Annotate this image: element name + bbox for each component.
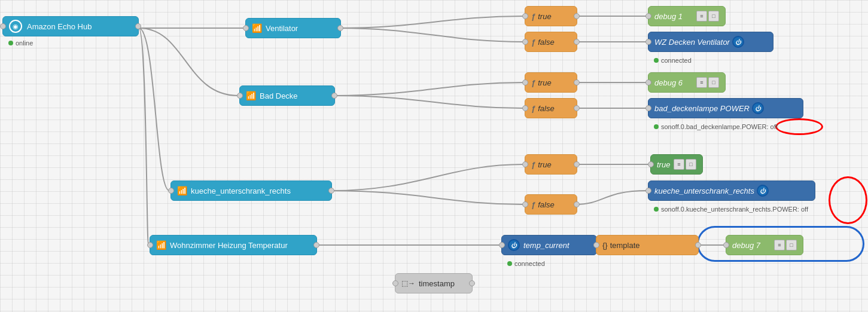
right-port xyxy=(469,280,475,286)
temp-current-node[interactable]: ⏻ temp_current xyxy=(501,235,597,255)
left-port xyxy=(645,13,651,19)
amazon-echo-hub-node[interactable]: ◉ Amazon Echo Hub xyxy=(2,16,139,36)
red-circle-annotation-2 xyxy=(829,176,867,224)
list-btn[interactable]: ≡ xyxy=(696,11,707,22)
timestamp-node[interactable]: ⬚→ timestamp xyxy=(395,273,473,293)
left-port xyxy=(147,242,153,248)
ventilator-node[interactable]: 📶 Ventilator xyxy=(245,18,341,38)
template-node[interactable]: {} template xyxy=(596,235,699,255)
temp-status-text: connected xyxy=(514,260,545,267)
func-false-3-node[interactable]: ƒ false xyxy=(525,194,577,215)
left-port xyxy=(593,242,599,248)
bad-status-text: sonoff.0.bad_deckenlampe.POWER: off xyxy=(661,123,778,130)
kueche-unterschrank-node[interactable]: 📶 kueche_unterschrank_rechts xyxy=(170,181,332,201)
left-port xyxy=(648,161,654,167)
left-port xyxy=(522,79,528,85)
right-port xyxy=(695,242,701,248)
power-btn[interactable]: ⏻ xyxy=(732,36,744,48)
func-true-2-node[interactable]: ƒ true xyxy=(525,72,577,93)
debug-6-label: debug 6 xyxy=(654,78,683,87)
right-port xyxy=(574,105,580,111)
left-port xyxy=(499,242,505,248)
power-btn[interactable]: ⏻ xyxy=(752,102,764,114)
status-dot-kueche xyxy=(654,207,659,212)
kueche-unterschrank-right-label: kueche_unterschrank_rechts xyxy=(654,186,754,195)
wohnzimmer-node[interactable]: 📶 Wohnzimmer Heizung Temperatur xyxy=(150,235,317,255)
brace-icon: {} xyxy=(602,241,608,250)
right-port xyxy=(574,201,580,207)
left-port xyxy=(522,105,528,111)
debug-1-node[interactable]: debug 1 ≡ □ xyxy=(648,6,726,26)
wz-decken-ventilator-label: WZ Decken Ventilator xyxy=(654,38,730,47)
left-port xyxy=(645,39,651,45)
list-btn[interactable]: ≡ xyxy=(696,77,707,88)
right-port xyxy=(574,161,580,167)
right-port xyxy=(574,79,580,85)
func-true-1-label: true xyxy=(538,12,551,21)
right-port xyxy=(328,188,334,194)
f-icon-5: ƒ xyxy=(531,160,535,169)
right-port xyxy=(574,39,580,45)
kueche-unterschrank-label: kueche_unterschrank_rechts xyxy=(191,186,291,195)
list-btn[interactable]: ≡ xyxy=(674,159,684,170)
left-port xyxy=(522,201,528,207)
amazon-echo-hub-status: online xyxy=(8,39,33,47)
left-port xyxy=(237,93,243,99)
timestamp-label: timestamp xyxy=(419,279,455,288)
true-standalone-label: true xyxy=(657,160,670,169)
square-btn[interactable]: □ xyxy=(786,240,797,250)
echo-hub-icon: ◉ xyxy=(9,20,22,33)
bad-deckenlampe-label: bad_deckenlampe POWER xyxy=(654,104,750,113)
wifi-icon-bad-decke: 📶 xyxy=(246,91,256,100)
wohnzimmer-label: Wohnzimmer Heizung Temperatur xyxy=(170,241,288,250)
left-port xyxy=(522,39,528,45)
func-true-3-node[interactable]: ƒ true xyxy=(525,154,577,175)
left-port xyxy=(0,23,6,29)
right-port xyxy=(313,242,319,248)
func-false-3-label: false xyxy=(538,200,554,209)
right-port xyxy=(331,93,337,99)
node-buttons: ≡ □ xyxy=(674,159,696,170)
bad-decke-label: Bad Decke xyxy=(260,91,298,100)
left-port xyxy=(522,13,528,19)
wz-decken-ventilator-node[interactable]: WZ Decken Ventilator ⏻ xyxy=(648,32,773,52)
f-icon-6: ƒ xyxy=(531,200,535,209)
temp-current-label: temp_current xyxy=(523,241,569,250)
true-standalone-node[interactable]: true ≡ □ xyxy=(650,154,703,175)
left-port xyxy=(645,105,651,111)
debug-7-node[interactable]: debug 7 ≡ □ xyxy=(726,235,803,255)
red-circle-annotation-1 xyxy=(775,118,823,135)
func-false-1-node[interactable]: ƒ false xyxy=(525,32,577,52)
square-btn[interactable]: □ xyxy=(708,77,719,88)
wifi-icon-kueche: 📶 xyxy=(177,186,187,195)
f-icon-2: ƒ xyxy=(531,38,535,47)
square-btn[interactable]: □ xyxy=(686,159,696,170)
right-port xyxy=(574,13,580,19)
right-port xyxy=(337,25,343,31)
status-dot-connected xyxy=(654,58,659,63)
kueche-unterschrank-right-node[interactable]: kueche_unterschrank_rechts ⏻ xyxy=(648,181,815,201)
bad-decke-node[interactable]: 📶 Bad Decke xyxy=(239,85,335,106)
func-false-2-node[interactable]: ƒ false xyxy=(525,98,577,118)
left-port xyxy=(522,161,528,167)
status-dot-bad xyxy=(654,124,659,129)
left-port xyxy=(392,280,398,286)
temp-power-btn[interactable]: ⏻ xyxy=(508,239,520,251)
left-port xyxy=(645,79,651,85)
debug-7-label: debug 7 xyxy=(732,241,760,250)
left-port xyxy=(168,188,174,194)
wifi-icon-ventilator: 📶 xyxy=(252,23,262,33)
power-btn[interactable]: ⏻ xyxy=(757,185,769,197)
func-true-1-node[interactable]: ƒ true xyxy=(525,6,577,26)
wz-status-text: connected xyxy=(661,57,692,64)
left-port xyxy=(243,25,249,31)
square-btn[interactable]: □ xyxy=(708,11,719,22)
list-btn[interactable]: ≡ xyxy=(774,240,785,250)
template-label: template xyxy=(610,241,640,250)
bad-deckenlampe-node[interactable]: bad_deckenlampe POWER ⏻ xyxy=(648,98,803,118)
node-buttons: ≡ □ xyxy=(696,77,719,88)
temp-current-status: connected xyxy=(507,260,545,267)
left-port xyxy=(645,188,651,194)
func-false-1-label: false xyxy=(538,38,554,47)
debug-6-node[interactable]: debug 6 ≡ □ xyxy=(648,72,726,93)
